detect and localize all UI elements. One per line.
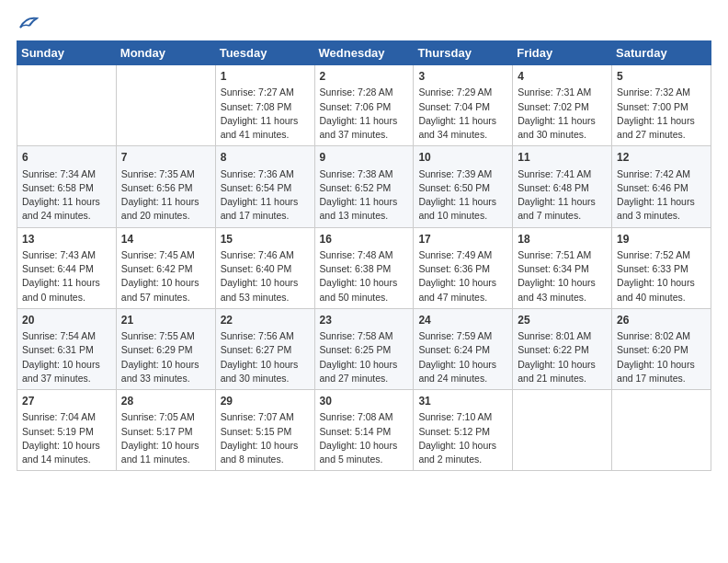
- sunset-text: Sunset: 6:46 PM: [617, 182, 688, 193]
- sunrise-text: Sunrise: 7:05 AM: [121, 411, 195, 422]
- day-number: 24: [418, 313, 507, 328]
- daylight-text: Daylight: 10 hours and 57 minutes.: [121, 277, 199, 302]
- day-number: 2: [320, 69, 409, 85]
- sunrise-text: Sunrise: 8:02 AM: [617, 330, 690, 341]
- sunrise-text: Sunrise: 7:04 AM: [22, 411, 96, 422]
- daylight-text: Daylight: 11 hours and 27 minutes.: [617, 115, 695, 140]
- daylight-text: Daylight: 10 hours and 17 minutes.: [617, 359, 695, 384]
- sunrise-text: Sunrise: 8:01 AM: [518, 330, 591, 341]
- sunrise-text: Sunrise: 7:32 AM: [617, 86, 690, 98]
- daylight-text: Daylight: 11 hours and 17 minutes.: [221, 196, 299, 221]
- calendar-cell: 13Sunrise: 7:43 AMSunset: 6:44 PMDayligh…: [17, 227, 117, 308]
- sunrise-text: Sunrise: 7:28 AM: [320, 86, 393, 98]
- day-number: 25: [518, 313, 607, 328]
- calendar-cell: 17Sunrise: 7:49 AMSunset: 6:36 PMDayligh…: [414, 227, 513, 308]
- calendar-cell: 22Sunrise: 7:56 AMSunset: 6:27 PMDayligh…: [215, 308, 314, 389]
- sunrise-text: Sunrise: 7:54 AM: [22, 330, 96, 341]
- daylight-text: Daylight: 11 hours and 13 minutes.: [320, 196, 398, 221]
- day-number: 6: [22, 150, 111, 166]
- calendar-cell: 9Sunrise: 7:38 AMSunset: 6:52 PMDaylight…: [314, 146, 414, 227]
- calendar-cell: 18Sunrise: 7:51 AMSunset: 6:34 PMDayligh…: [513, 227, 612, 308]
- sunset-text: Sunset: 6:50 PM: [418, 182, 490, 193]
- day-number: 10: [418, 150, 507, 166]
- daylight-text: Daylight: 10 hours and 37 minutes.: [22, 359, 100, 384]
- sunset-text: Sunset: 6:56 PM: [121, 182, 193, 193]
- day-number: 12: [617, 150, 706, 166]
- calendar-cell: 20Sunrise: 7:54 AMSunset: 6:31 PMDayligh…: [17, 308, 117, 389]
- sunrise-text: Sunrise: 7:31 AM: [518, 86, 591, 98]
- daylight-text: Daylight: 10 hours and 53 minutes.: [221, 277, 299, 302]
- day-number: 17: [418, 232, 507, 247]
- sunset-text: Sunset: 6:31 PM: [22, 344, 94, 355]
- calendar-cell: 23Sunrise: 7:58 AMSunset: 6:25 PMDayligh…: [314, 308, 414, 389]
- sunrise-text: Sunrise: 7:29 AM: [418, 86, 492, 98]
- day-number: 30: [320, 394, 409, 409]
- calendar-cell: [612, 390, 711, 471]
- calendar-cell: 5Sunrise: 7:32 AMSunset: 7:00 PMDaylight…: [612, 65, 711, 146]
- calendar-cell: 24Sunrise: 7:59 AMSunset: 6:24 PMDayligh…: [414, 308, 513, 389]
- day-number: 22: [221, 313, 310, 328]
- sunset-text: Sunset: 5:19 PM: [22, 426, 94, 437]
- sunset-text: Sunset: 6:38 PM: [320, 263, 392, 274]
- calendar-cell: 31Sunrise: 7:10 AMSunset: 5:12 PMDayligh…: [414, 390, 513, 471]
- day-number: 31: [418, 394, 507, 409]
- day-number: 15: [221, 232, 310, 247]
- daylight-text: Daylight: 10 hours and 21 minutes.: [518, 359, 596, 384]
- calendar-cell: 12Sunrise: 7:42 AMSunset: 6:46 PMDayligh…: [612, 146, 711, 227]
- calendar-cell: 14Sunrise: 7:45 AMSunset: 6:42 PMDayligh…: [116, 227, 215, 308]
- weekday-header-sunday: Sunday: [17, 41, 117, 65]
- sunset-text: Sunset: 6:29 PM: [121, 344, 193, 355]
- weekday-header-tuesday: Tuesday: [215, 41, 314, 65]
- sunset-text: Sunset: 6:48 PM: [518, 182, 589, 193]
- day-number: 5: [617, 69, 706, 85]
- calendar-table: SundayMondayTuesdayWednesdayThursdayFrid…: [17, 40, 711, 471]
- calendar-week-row: 6Sunrise: 7:34 AMSunset: 6:58 PMDaylight…: [17, 146, 711, 227]
- weekday-header-monday: Monday: [116, 41, 215, 65]
- sunset-text: Sunset: 6:24 PM: [418, 344, 490, 355]
- sunrise-text: Sunrise: 7:59 AM: [418, 330, 492, 341]
- day-number: 1: [221, 69, 310, 85]
- day-number: 28: [121, 394, 210, 409]
- calendar-week-row: 27Sunrise: 7:04 AMSunset: 5:19 PMDayligh…: [17, 390, 711, 471]
- sunset-text: Sunset: 6:52 PM: [320, 182, 392, 193]
- sunrise-text: Sunrise: 7:58 AM: [320, 330, 393, 341]
- calendar-cell: 8Sunrise: 7:36 AMSunset: 6:54 PMDaylight…: [215, 146, 314, 227]
- sunrise-text: Sunrise: 7:45 AM: [121, 249, 195, 260]
- day-number: 4: [518, 69, 607, 85]
- daylight-text: Daylight: 11 hours and 7 minutes.: [518, 196, 596, 221]
- day-number: 27: [22, 394, 111, 409]
- calendar-week-row: 20Sunrise: 7:54 AMSunset: 6:31 PMDayligh…: [17, 308, 711, 389]
- calendar-cell: 29Sunrise: 7:07 AMSunset: 5:15 PMDayligh…: [215, 390, 314, 471]
- sunset-text: Sunset: 6:44 PM: [22, 263, 94, 274]
- sunrise-text: Sunrise: 7:46 AM: [221, 249, 294, 260]
- sunrise-text: Sunrise: 7:27 AM: [221, 86, 294, 98]
- day-number: 23: [320, 313, 409, 328]
- day-number: 19: [617, 232, 706, 247]
- daylight-text: Daylight: 10 hours and 47 minutes.: [418, 277, 496, 302]
- daylight-text: Daylight: 11 hours and 30 minutes.: [518, 115, 596, 140]
- daylight-text: Daylight: 10 hours and 11 minutes.: [121, 440, 199, 465]
- calendar-cell: 6Sunrise: 7:34 AMSunset: 6:58 PMDaylight…: [17, 146, 117, 227]
- sunrise-text: Sunrise: 7:42 AM: [617, 168, 690, 179]
- calendar-cell: [17, 65, 117, 146]
- calendar-cell: [116, 65, 215, 146]
- sunset-text: Sunset: 6:42 PM: [121, 263, 193, 274]
- day-number: 29: [221, 394, 310, 409]
- sunset-text: Sunset: 5:12 PM: [418, 426, 490, 437]
- sunrise-text: Sunrise: 7:49 AM: [418, 249, 492, 260]
- calendar-cell: 4Sunrise: 7:31 AMSunset: 7:02 PMDaylight…: [513, 65, 612, 146]
- sunset-text: Sunset: 5:15 PM: [221, 426, 292, 437]
- calendar-page: SundayMondayTuesdayWednesdayThursdayFrid…: [0, 0, 728, 563]
- calendar-cell: 15Sunrise: 7:46 AMSunset: 6:40 PMDayligh…: [215, 227, 314, 308]
- calendar-cell: 27Sunrise: 7:04 AMSunset: 5:19 PMDayligh…: [17, 390, 117, 471]
- daylight-text: Daylight: 10 hours and 33 minutes.: [121, 359, 199, 384]
- calendar-cell: 28Sunrise: 7:05 AMSunset: 5:17 PMDayligh…: [116, 390, 215, 471]
- sunrise-text: Sunrise: 7:35 AM: [121, 168, 195, 179]
- day-number: 8: [221, 150, 310, 166]
- daylight-text: Daylight: 11 hours and 0 minutes.: [22, 277, 100, 302]
- day-number: 9: [320, 150, 409, 166]
- calendar-cell: 26Sunrise: 8:02 AMSunset: 6:20 PMDayligh…: [612, 308, 711, 389]
- sunset-text: Sunset: 5:14 PM: [320, 426, 392, 437]
- calendar-cell: 3Sunrise: 7:29 AMSunset: 7:04 PMDaylight…: [414, 65, 513, 146]
- day-number: 18: [518, 232, 607, 247]
